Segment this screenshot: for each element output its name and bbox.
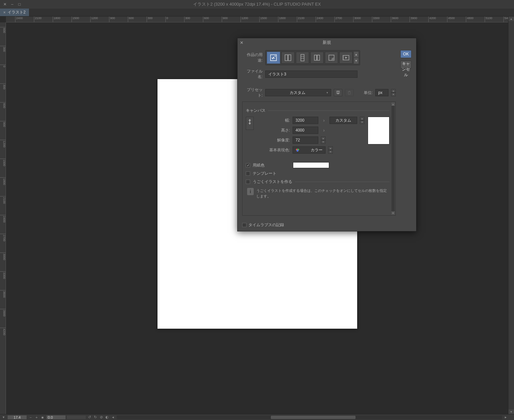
height-label: 高さ: [257, 128, 290, 133]
filename-input[interactable] [265, 71, 357, 78]
usage-scroll-up-icon[interactable]: ▲ [354, 52, 358, 57]
timelapse-checkbox[interactable] [242, 223, 246, 227]
ruler-tick: 2100 [297, 16, 304, 22]
ruler-tick: 1500 [259, 16, 267, 22]
tab-close-icon[interactable]: × [3, 10, 6, 15]
colormode-dropdown[interactable]: カラー [293, 146, 326, 154]
scrollbar-horizontal[interactable] [117, 415, 502, 419]
zoom-menu-icon[interactable]: ▾ [1, 415, 6, 420]
template-checkbox[interactable] [246, 171, 250, 176]
colormode-label: 基本表現色: [257, 147, 290, 153]
resolution-input[interactable] [293, 136, 318, 144]
usage-comic-icon[interactable] [281, 52, 295, 64]
ruler-vertical: 6003000300600900120015001800210024002700… [0, 22, 6, 414]
zoom-in-icon[interactable]: + [34, 415, 39, 420]
usage-webtoon-icon[interactable] [296, 52, 309, 64]
ruler-tick: 3000 [353, 16, 361, 22]
section-scroll-up-icon[interactable]: ▲ [391, 103, 395, 106]
rotate-menu-icon[interactable]: ◐ [105, 415, 109, 420]
ruler-tick: 3600 [0, 290, 6, 298]
dialog-title: 新規 [238, 40, 416, 45]
preset-dropdown[interactable]: カスタム▾ [265, 89, 331, 96]
usage-illustration-icon[interactable] [267, 52, 280, 64]
ruler-tick: 600 [203, 16, 209, 22]
moving-illust-checkbox[interactable] [246, 180, 250, 184]
rotation-input[interactable] [46, 415, 66, 420]
usage-animation-icon[interactable] [339, 52, 353, 64]
scroll-right-icon[interactable]: ▸ [503, 415, 508, 420]
section-scroll-track[interactable] [391, 106, 395, 211]
ruler-tick: 3300 [0, 271, 6, 279]
usage-scroll-down-icon[interactable]: ▼ [354, 58, 358, 64]
preset-label: プリセット: [242, 87, 263, 98]
window-minimize-icon[interactable]: – [10, 2, 14, 7]
titlebar: ✕ – □ イラスト2 (3200 x 4000px 72dpi 17.4%) … [0, 0, 514, 9]
usage-printing-icon[interactable] [325, 52, 338, 64]
scroll-thumb[interactable] [271, 416, 356, 419]
paper-color-checkbox[interactable]: ✓ [246, 163, 250, 167]
status-bar: ▾ − + ■ ↺ ↻ ⊘ ◐ ◂ ▸ [0, 414, 514, 420]
info-icon: i [247, 188, 254, 195]
paper-color-swatch[interactable] [293, 162, 329, 168]
scrollbar-vertical[interactable]: ▲ ▼ [508, 16, 514, 414]
section-scroll-down-icon[interactable]: ▼ [391, 211, 395, 215]
cancel-button[interactable]: キャンセル [400, 61, 412, 69]
zoom-input[interactable] [7, 415, 27, 420]
new-document-dialog: ✕ 新規 作品の用途: [237, 38, 416, 231]
document-tab[interactable]: × イラスト2 [0, 9, 29, 16]
ruler-tick: 2400 [0, 215, 6, 223]
ruler-tick: 1200 [90, 16, 98, 22]
height-link-icon[interactable]: › [321, 127, 327, 134]
ruler-tick: 300 [0, 46, 6, 52]
unit-label: 単位: [364, 90, 373, 96]
size-preset-dropdown[interactable]: カスタム [329, 117, 357, 124]
ruler-tick: 5100 [485, 16, 492, 22]
ruler-tick: 900 [0, 121, 6, 127]
moving-illust-info: うごくイラストを作成する場合は、このチェックをオンにしてセルの枚数を指定します。 [256, 188, 388, 199]
ruler-tick: 0 [165, 16, 168, 22]
tab-label: イラスト2 [8, 10, 26, 15]
ruler-tick: 4200 [0, 328, 6, 335]
moving-illust-label: うごくイラストを作る [253, 179, 292, 185]
rotate-ccw-icon[interactable]: ↺ [87, 415, 92, 420]
ruler-tick: 1500 [0, 159, 6, 166]
width-link-icon[interactable]: › [321, 117, 327, 124]
ruler-tick: 600 [128, 16, 134, 22]
swap-orientation-button[interactable] [246, 117, 254, 130]
height-input[interactable] [293, 127, 318, 134]
size-preset-stepper[interactable]: ▲▼ [360, 117, 364, 124]
rotate-reset-icon[interactable]: ⊘ [99, 415, 103, 420]
usage-button-group: ▲ ▼ [265, 50, 360, 65]
ruler-tick: 2400 [15, 16, 23, 22]
unit-stepper[interactable]: ▲▼ [391, 89, 396, 96]
rotation-slider[interactable] [67, 416, 86, 419]
ruler-tick: 4200 [428, 16, 436, 22]
preset-save-icon[interactable] [334, 89, 342, 96]
ruler-tick: 1800 [53, 16, 60, 22]
filename-label: ファイル名: [242, 69, 263, 80]
scroll-up-icon[interactable]: ▲ [508, 16, 514, 21]
window-close-icon[interactable]: ✕ [3, 2, 7, 7]
ruler-tick: 2100 [34, 16, 42, 22]
unit-dropdown[interactable]: px [375, 89, 388, 96]
scroll-left-icon[interactable]: ◂ [111, 415, 115, 420]
width-input[interactable] [293, 117, 318, 124]
dialog-titlebar[interactable]: ✕ 新規 [238, 38, 416, 47]
zoom-out-icon[interactable]: − [28, 415, 33, 420]
ruler-tick: 1800 [0, 177, 6, 185]
colormode-stepper[interactable]: ▲▼ [328, 146, 333, 154]
tab-bar: × イラスト2 [0, 9, 514, 16]
paper-color-label: 用紙色 [253, 163, 265, 168]
ruler-tick: 2700 [0, 234, 6, 241]
scroll-down-icon[interactable]: ▼ [508, 409, 514, 414]
dialog-close-icon[interactable]: ✕ [238, 39, 245, 46]
window-maximize-icon[interactable]: □ [17, 2, 22, 7]
ruler-tick: 2400 [316, 16, 323, 22]
zoom-fit-icon[interactable]: ■ [40, 415, 45, 420]
resolution-stepper[interactable]: ▲▼ [321, 136, 326, 144]
usage-show-all-icon[interactable] [310, 52, 324, 64]
rotate-cw-icon[interactable]: ↻ [93, 415, 98, 420]
ruler-tick: 0 [0, 65, 6, 67]
ruler-tick: 300 [147, 16, 153, 22]
ok-button[interactable]: OK [400, 50, 412, 58]
